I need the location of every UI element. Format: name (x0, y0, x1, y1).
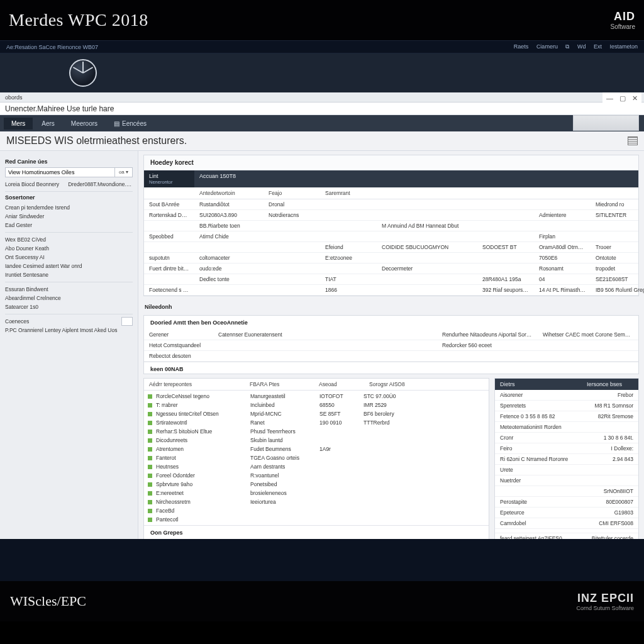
grid-row[interactable]: Foetecnend s arretednel Odre, Horutficra… (144, 285, 638, 296)
sidebar-footer-text: P.PC Orannierel Lentey Aiplent Imost Ake… (5, 326, 133, 335)
minimize-icon[interactable]: — (606, 94, 613, 102)
grid-row[interactable]: Sout BAnréeRustandiôtotDronalMiedrond ro (144, 199, 638, 210)
left-list-panel: Aédrr terepeontes FBARA Ptes Aseoad Soro… (143, 378, 489, 539)
sidebar-item[interactable]: Aniar Sindweder (5, 212, 133, 221)
menu-item[interactable]: Ext (594, 43, 602, 50)
menu-item[interactable]: Raets (514, 43, 529, 50)
right-properties-panel: Dietrs Iersonce bses AisorenerFreborSpen… (494, 378, 639, 539)
grid-column-header: Antedetwortoin Feajo Saremrant (144, 187, 638, 199)
panel-inventory: Hoedey korect Lint Nenerontor Accuan 150… (143, 155, 639, 296)
grid-row[interactable]: Rortenskad Desrowe troneSUI2080A3.890Not… (144, 210, 638, 221)
dark-tab-active[interactable]: Lint Nenerontor (144, 170, 194, 187)
grid-row[interactable]: supotutncoltomaceterE:etzoonee7050E6Onto… (144, 253, 638, 264)
status-dot-icon (148, 518, 152, 522)
ribbon-tab-aers[interactable]: Aers (34, 118, 62, 130)
dropdown-icon[interactable]: oa ▾ (115, 167, 133, 177)
list-item[interactable]: Rerhar:S bitobioN EltuePhusd Teenrrheors (148, 427, 485, 436)
grid-row[interactable]: SpeobbedAtirnd ChideFirplan (144, 231, 638, 242)
app-frame: Ae:Resation SaCce Rienonce WB07 Raets Ci… (0, 40, 644, 581)
list-item[interactable]: T: rrabrerIncluinbed 68550IMR 2529 (148, 401, 485, 409)
property-row: feard setteinest An7IFES0Bitettuler coce… (495, 533, 638, 539)
list-item[interactable]: AtrentomenFudet Beumnens 1A9r (148, 445, 485, 453)
document-tab-strip: obords (0, 92, 644, 103)
detail-title: Dooried Amtt then ben OceoAnnetie (144, 316, 638, 330)
ribbon-tab-mers[interactable]: Mers (4, 118, 33, 130)
list-item[interactable]: Pantecotl (148, 515, 485, 524)
list-item[interactable]: Spbrvture 9ahoPonetsibed (148, 480, 485, 489)
property-row: CamrdobelCMI ERFS008 (495, 518, 638, 529)
list-item[interactable]: NircheossretmIeeiorturea (148, 497, 485, 506)
status-dot-icon (148, 394, 152, 399)
sidebar-item[interactable]: Iandee Cesimed astert War onrd (5, 262, 133, 270)
status-dot-icon (148, 403, 152, 408)
property-row: SrNOn8IIOT (495, 486, 638, 497)
menu-item[interactable]: Ciameru (536, 43, 558, 50)
sidebar-small-input[interactable] (121, 317, 133, 326)
list-item[interactable]: SrtiratewotntlRanet 190 0910TTTRerbrd (148, 418, 485, 427)
sidebar-section-title: Red Canine úes (5, 158, 133, 165)
sidebar-item[interactable]: Satearcer 1s0 (5, 303, 133, 311)
ribbon-tab-eencees[interactable]: ▤Eencées (106, 118, 154, 130)
sidebar-item[interactable]: Abeardinmel Crelnence (5, 294, 133, 303)
vendor-brand: AID Software (611, 10, 635, 30)
maximize-icon[interactable]: ▢ (619, 94, 626, 103)
sidebar-item[interactable]: Wex BE02 CiVed (5, 235, 133, 244)
sidebar-select-input[interactable] (5, 167, 115, 177)
status-dot-icon (148, 482, 152, 487)
list-item[interactable]: Ngesseu tinteCritef OttsenMprid-MCNC SE … (148, 409, 485, 418)
status-dot-icon (148, 447, 152, 452)
preview-thumbnail (573, 115, 639, 131)
status-dot-icon (148, 430, 152, 434)
main-area: Hoedey korect Lint Nenerontor Accuan 150… (138, 151, 644, 539)
breadcrumb: Unencter.Mahiree Use turle hare (0, 103, 644, 115)
breadcrumb-text: Unencter.Mahiree Use turle hare (5, 104, 114, 113)
sidebar-item[interactable]: Ead Gester (5, 221, 133, 230)
sidebar-item[interactable]: Iruntiet Sentesane (5, 270, 133, 279)
document-tab[interactable]: obords (5, 94, 23, 101)
status-dot-icon (148, 491, 152, 496)
menu-bar: Ae:Resation SaCce Rienonce WB07 Raets Ci… (0, 41, 644, 53)
list-item[interactable]: HeutnsesAarn destrants (148, 462, 485, 471)
mercedes-logo-icon (69, 59, 97, 87)
list-item[interactable]: DicodunreetsSkubin launtd (148, 436, 485, 445)
list-item[interactable]: E:nereetnetbrosieleneneos (148, 489, 485, 497)
close-icon[interactable]: ✕ (632, 94, 638, 103)
sidebar-item[interactable]: Abo Douner Keath (5, 244, 133, 253)
grid-icon[interactable]: ⧉ (565, 43, 569, 50)
property-row: Urete (495, 465, 638, 475)
grid-row[interactable]: Fuert dintre bittuneroudo:edeDecoermeter… (144, 264, 638, 274)
sidebar-item[interactable]: Ont Suecessy AI (5, 253, 133, 262)
list-item[interactable]: Foreel OdontderR:voantunel (148, 471, 485, 480)
detail-separator: keen 00NAB (144, 362, 638, 374)
sidebar: Red Canine úes oa ▾ Loreia Biocd Beonner… (0, 151, 138, 539)
property-row: EpeteurceG19803 (495, 508, 638, 518)
menu-item[interactable]: Iestameton (609, 43, 638, 50)
left-list-header: Aédrr terepeontes FBARA Ptes Aseoad Soro… (144, 379, 489, 391)
grid-row[interactable]: Dedlec tonteTIAT28R480A1 195a04SE21E608S… (144, 274, 638, 285)
property-row: Cronr1 30 8 6 84t. (495, 433, 638, 443)
document-icon: ▤ (114, 120, 119, 127)
sidebar-item[interactable]: Essuran Bindwent (5, 285, 133, 294)
left-list-separator: Oon Grepes (144, 525, 489, 537)
dark-tab[interactable]: Accuan 150T8 (194, 170, 638, 187)
footer-left-brand: WIScles/EPC (10, 593, 86, 609)
sidebar-item[interactable]: Crean pi tendemdee Isrend (5, 203, 133, 212)
app-title: Merdes WPC 2018 (9, 10, 148, 30)
property-row: FeiroI Dollexe: (495, 443, 638, 454)
grid-row[interactable]: EfeiondCOIDIDE SBUCUOGMYONSODOEST BTOram… (144, 242, 638, 253)
sidebar-line: Loreia Biocd Beonnery Dreder088T.Mwondio… (5, 180, 133, 189)
ribbon-tab-meeroors[interactable]: Meeroors (64, 118, 105, 130)
property-row: SpenretetsM8 R1 Somnsor (495, 401, 638, 411)
workspace: Red Canine úes oa ▾ Loreia Biocd Beonner… (0, 151, 644, 539)
list-item[interactable]: FanterotTGEA Goasno orteis (148, 453, 485, 462)
list-view-icon[interactable] (628, 136, 638, 145)
two-column-layout: Aédrr terepeontes FBARA Ptes Aseoad Soro… (143, 378, 639, 539)
list-item[interactable]: FaceBd (148, 506, 485, 515)
list-item[interactable]: O.ser Adoerh (148, 538, 485, 539)
panel-details: Dooried Amtt then ben OceoAnnetie Gerene… (143, 315, 639, 374)
grid-row[interactable]: BB.Riarbete toenM Annuind Ad BM Hanneat … (144, 221, 638, 231)
menu-item[interactable]: Wd (577, 43, 586, 50)
list-item[interactable]: RorcleCeNssel tegenoManurgeastetil IOTOF… (148, 392, 485, 401)
page-heading-bar: MISEEDS WIS oletrmieathest ensturers. (0, 131, 644, 151)
property-row: Ri 62oni C Nrramed Roronre2.94 843 (495, 454, 638, 465)
